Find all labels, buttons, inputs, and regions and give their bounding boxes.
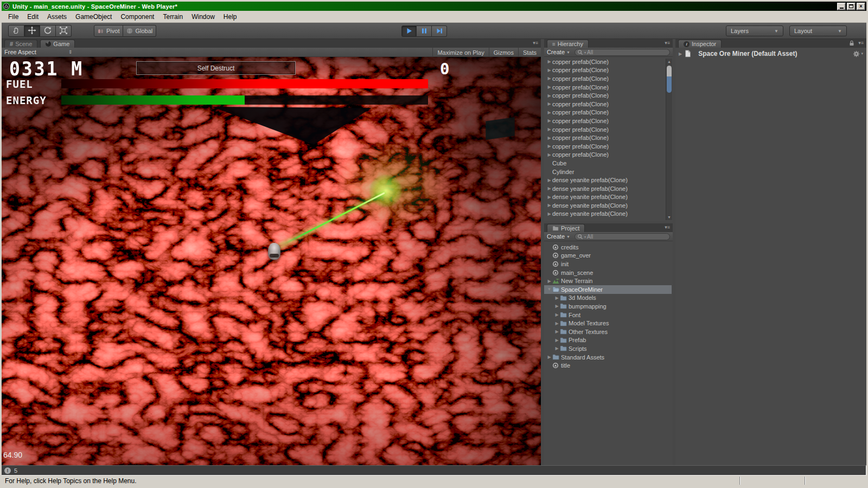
foldout-arrow-icon[interactable]: ▶ (546, 144, 552, 149)
pause-button[interactable] (417, 25, 432, 37)
foldout-arrow-icon[interactable]: ▶ (546, 68, 552, 73)
gear-icon[interactable] (853, 50, 860, 57)
game-toolbar-maximize-on-play[interactable]: Maximize on Play (432, 48, 488, 57)
move-tool-button[interactable] (24, 25, 40, 37)
hierarchy-item[interactable]: ▶copper prefab(Clone) (544, 100, 666, 108)
tab-hierarchy[interactable]: ≡ Hierarchy (547, 40, 589, 48)
scrollbar-thumb[interactable] (667, 66, 672, 93)
tab-game[interactable]: Game (40, 40, 75, 48)
menu-gameobject[interactable]: GameObject (71, 11, 116, 22)
game-toolbar-stats[interactable]: Stats (518, 48, 541, 57)
panel-menu-icon[interactable]: ▾≡ (665, 41, 670, 46)
hierarchy-item[interactable]: ▶copper prefab(Clone) (544, 151, 666, 159)
project-item[interactable]: ▶Scripts (544, 344, 672, 353)
hierarchy-item[interactable]: ▶dense yeanite prefab(Clone) (544, 210, 666, 219)
foldout-arrow-icon[interactable]: ▶ (554, 329, 560, 334)
tab-project[interactable]: Project (547, 224, 585, 232)
foldout-arrow-icon[interactable]: ▶ (546, 355, 552, 359)
foldout-arrow-icon[interactable]: ▶ (679, 52, 682, 56)
menu-window[interactable]: Window (187, 11, 219, 22)
hierarchy-create-button[interactable]: Create ▼ (547, 49, 570, 55)
console-status-strip[interactable]: ! 5 (2, 465, 866, 476)
hierarchy-item[interactable]: ▶copper prefab(Clone) (544, 57, 666, 66)
menu-help[interactable]: Help (219, 11, 241, 22)
project-item[interactable]: game_over (544, 252, 672, 260)
step-button[interactable] (432, 25, 447, 37)
menu-assets[interactable]: Assets (43, 11, 71, 22)
scroll-down-icon[interactable]: ▼ (666, 215, 672, 219)
project-item[interactable]: ▶Model Textures (544, 319, 672, 328)
project-item[interactable]: ▶Other Textures (544, 328, 672, 336)
project-item[interactable]: ▶Prefab (544, 336, 672, 345)
project-item[interactable]: credits (544, 243, 672, 252)
project-item[interactable]: ▶Font (544, 311, 672, 319)
panel-menu-icon[interactable]: ▾≡ (665, 225, 670, 230)
project-item[interactable]: init (544, 260, 672, 268)
foldout-arrow-icon[interactable]: ▶ (546, 152, 552, 157)
close-button[interactable]: × (857, 3, 865, 10)
scale-tool-button[interactable] (56, 25, 72, 37)
rotate-tool-button[interactable] (40, 25, 56, 37)
foldout-arrow-icon[interactable]: ▶ (546, 76, 552, 81)
foldout-arrow-icon[interactable]: ▶ (546, 127, 552, 132)
restore-button[interactable] (847, 3, 856, 10)
hierarchy-item[interactable]: ▶dense yeanite prefab(Clone) (544, 184, 666, 193)
project-item[interactable]: ▼SpaceOreMiner (544, 285, 672, 294)
hierarchy-item[interactable]: ▶copper prefab(Clone) (544, 117, 666, 125)
foldout-arrow-icon[interactable]: ▶ (554, 346, 560, 351)
foldout-arrow-icon[interactable]: ▶ (554, 304, 560, 309)
game-toolbar-gizmos[interactable]: Gizmos (489, 48, 518, 57)
project-item[interactable]: title (544, 361, 672, 370)
self-destruct-button[interactable]: Self Destruct (136, 61, 296, 75)
panel-menu-icon[interactable]: ▾≡ (533, 41, 538, 46)
panel-menu-icon[interactable]: ▾≡ (858, 41, 864, 46)
project-item[interactable]: ▶Standard Assets (544, 353, 672, 362)
lock-icon[interactable] (849, 40, 854, 47)
hand-tool-button[interactable] (8, 25, 24, 37)
global-button[interactable]: Global (123, 25, 156, 37)
project-item[interactable]: ▶3d Models (544, 294, 672, 303)
hierarchy-search-field[interactable]: ▾ All (575, 49, 670, 56)
layers-dropdown[interactable]: Layers ▼ (726, 25, 783, 36)
foldout-arrow-icon[interactable]: ▶ (554, 321, 560, 326)
menu-file[interactable]: File (4, 11, 23, 22)
tab-inspector[interactable]: i Inspector (678, 40, 722, 48)
project-search-field[interactable]: ▾ All (575, 233, 670, 240)
foldout-arrow-icon[interactable]: ▶ (546, 203, 552, 208)
hierarchy-item[interactable]: ▶dense yeanite prefab(Clone) (544, 176, 666, 184)
hierarchy-item[interactable]: ▶dense yeanite prefab(Clone) (544, 193, 666, 202)
hierarchy-item[interactable]: Cylinder (544, 168, 666, 176)
project-item[interactable]: main_scene (544, 268, 672, 277)
hierarchy-item[interactable]: ▶copper prefab(Clone) (544, 74, 666, 83)
game-viewport[interactable]: 0331 M Self Destruct 0 FUEL ENERGY 64.90 (2, 57, 541, 465)
hierarchy-item[interactable]: ▶copper prefab(Clone) (544, 133, 666, 142)
hierarchy-item[interactable]: ▶copper prefab(Clone) (544, 142, 666, 151)
hierarchy-item[interactable]: ▶copper prefab(Clone) (544, 108, 666, 117)
project-create-button[interactable]: Create ▼ (547, 233, 570, 240)
foldout-arrow-icon[interactable]: ▶ (554, 312, 560, 317)
menu-component[interactable]: Component (116, 11, 158, 22)
foldout-arrow-icon[interactable]: ▶ (554, 338, 560, 343)
scroll-up-icon[interactable]: ▲ (666, 60, 672, 63)
layout-dropdown[interactable]: Layout ▼ (789, 25, 847, 36)
project-item[interactable]: ▶New Terrain (544, 277, 672, 285)
project-item[interactable]: ▶bumpmapping (544, 302, 672, 311)
hierarchy-item[interactable]: ▶copper prefab(Clone) (544, 66, 666, 75)
hierarchy-item[interactable]: ▶copper prefab(Clone) (544, 91, 666, 100)
minimize-button[interactable] (837, 3, 846, 10)
foldout-arrow-icon[interactable]: ▶ (546, 279, 552, 284)
foldout-arrow-icon[interactable]: ▶ (546, 178, 552, 183)
foldout-arrow-icon[interactable]: ▶ (546, 85, 552, 89)
foldout-arrow-icon[interactable]: ▶ (546, 136, 552, 140)
hierarchy-item[interactable]: ▶copper prefab(Clone) (544, 83, 666, 92)
foldout-arrow-icon[interactable]: ▶ (546, 59, 552, 64)
foldout-arrow-icon[interactable]: ▼ (546, 287, 552, 292)
tab-scene[interactable]: # Scene (4, 40, 37, 48)
play-button[interactable] (401, 25, 417, 37)
aspect-dropdown[interactable]: Free Aspect ⇕ (4, 49, 72, 55)
menu-edit[interactable]: Edit (23, 11, 43, 22)
menu-terrain[interactable]: Terrain (158, 11, 187, 22)
foldout-arrow-icon[interactable]: ▶ (546, 118, 552, 123)
foldout-arrow-icon[interactable]: ▶ (546, 93, 552, 98)
hierarchy-scrollbar[interactable]: ▲ ▼ (666, 59, 672, 220)
